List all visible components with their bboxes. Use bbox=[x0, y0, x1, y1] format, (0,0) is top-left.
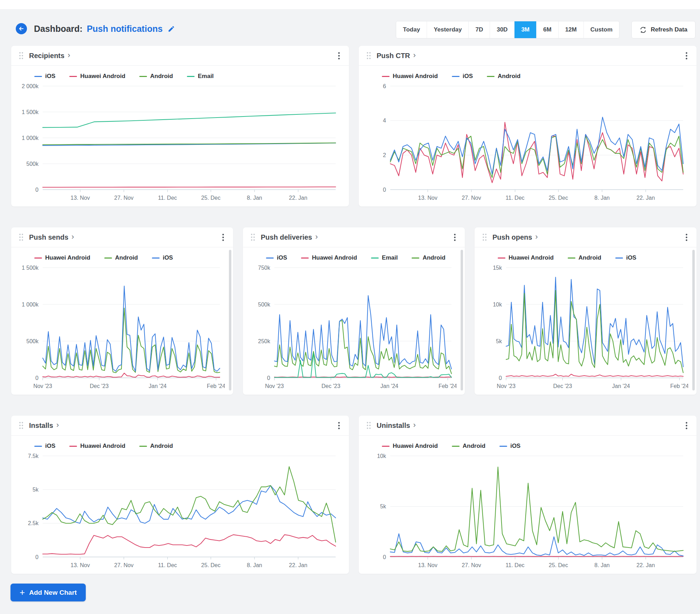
legend-item-ios[interactable]: iOS bbox=[34, 443, 55, 450]
legend-item-ios[interactable]: iOS bbox=[452, 73, 473, 80]
legend-swatch bbox=[499, 446, 507, 447]
kebab-menu-icon[interactable] bbox=[337, 421, 341, 431]
drag-handle-icon[interactable] bbox=[19, 422, 23, 429]
legend-swatch bbox=[452, 446, 460, 447]
arrow-left-icon bbox=[18, 26, 24, 32]
legend-item-android[interactable]: Android bbox=[139, 73, 173, 80]
svg-text:Jan '24: Jan '24 bbox=[380, 383, 398, 389]
legend-item-huawei-android[interactable]: Huawei Android bbox=[69, 443, 125, 450]
chart-legend: Huawei AndroidAndroidiOS bbox=[17, 252, 225, 264]
legend-item-android[interactable]: Android bbox=[487, 73, 520, 80]
kebab-menu-icon[interactable] bbox=[684, 232, 689, 242]
chart-title-link[interactable]: Recipients› bbox=[29, 52, 70, 60]
legend-item-huawei-android[interactable]: Huawei Android bbox=[382, 443, 438, 450]
legend-item-android[interactable]: Android bbox=[104, 254, 138, 261]
drag-handle-icon[interactable] bbox=[19, 233, 23, 241]
svg-text:25. Dec: 25. Dec bbox=[201, 562, 220, 568]
svg-text:Dec '23: Dec '23 bbox=[90, 383, 109, 389]
svg-text:4: 4 bbox=[383, 118, 386, 123]
line-chart: 1 500k1 000k500k0Nov '23Dec '23Jan '24Fe… bbox=[17, 264, 225, 392]
range-button-7d[interactable]: 7D bbox=[468, 21, 490, 38]
drag-handle-icon[interactable] bbox=[366, 52, 371, 59]
legend-item-android[interactable]: Android bbox=[452, 443, 485, 450]
legend-item-android[interactable]: Android bbox=[412, 254, 445, 261]
drag-handle-icon[interactable] bbox=[482, 233, 487, 241]
chart-title-link[interactable]: Uninstalls› bbox=[377, 422, 416, 430]
chart-card-push-sends: Push sends› Huawei AndroidAndroidiOS1 50… bbox=[11, 227, 233, 395]
svg-text:0: 0 bbox=[35, 554, 38, 560]
chart-title-link[interactable]: Push opens› bbox=[492, 233, 538, 241]
range-button-6m[interactable]: 6M bbox=[536, 21, 558, 38]
chart-legend: iOSHuawei AndroidEmailAndroid bbox=[248, 252, 456, 264]
svg-text:5k: 5k bbox=[33, 487, 39, 493]
legend-item-email[interactable]: Email bbox=[187, 73, 214, 80]
legend-label: Android bbox=[579, 254, 601, 261]
legend-item-huawei-android[interactable]: Huawei Android bbox=[382, 73, 438, 80]
svg-text:8. Jan: 8. Jan bbox=[594, 562, 610, 568]
legend-swatch bbox=[34, 76, 42, 77]
add-new-chart-button[interactable]: + Add New Chart bbox=[10, 584, 86, 601]
svg-text:2: 2 bbox=[383, 152, 386, 158]
legend-item-huawei-android[interactable]: Huawei Android bbox=[498, 254, 554, 261]
legend-item-email[interactable]: Email bbox=[371, 254, 398, 261]
legend-label: Android bbox=[463, 443, 485, 450]
drag-handle-icon[interactable] bbox=[19, 52, 23, 59]
range-button-custom[interactable]: Custom bbox=[583, 21, 619, 38]
svg-text:500k: 500k bbox=[26, 338, 39, 344]
kebab-menu-icon[interactable] bbox=[684, 51, 689, 61]
chart-title-link[interactable]: Installs› bbox=[29, 422, 59, 430]
svg-text:27. Nov: 27. Nov bbox=[114, 562, 133, 568]
refresh-data-button[interactable]: Refresh Data bbox=[631, 21, 695, 38]
vertical-scrollbar[interactable] bbox=[229, 250, 231, 390]
legend-item-ios[interactable]: iOS bbox=[615, 254, 636, 261]
dashboard-name-link[interactable]: Push notifications bbox=[87, 24, 163, 34]
drag-handle-icon[interactable] bbox=[366, 422, 371, 429]
chart-title-link[interactable]: Push sends› bbox=[29, 233, 74, 241]
legend-item-ios[interactable]: iOS bbox=[266, 254, 287, 261]
legend-label: iOS bbox=[45, 443, 55, 450]
legend-swatch bbox=[152, 257, 160, 259]
chart-card-push-opens: Push opens› Huawei AndroidAndroidiOS15k1… bbox=[475, 227, 696, 395]
svg-text:0: 0 bbox=[383, 554, 386, 560]
chart-title-link[interactable]: Push deliveries› bbox=[261, 233, 318, 241]
legend-label: iOS bbox=[463, 73, 473, 80]
vertical-scrollbar[interactable] bbox=[692, 250, 695, 390]
range-button-today[interactable]: Today bbox=[396, 21, 427, 38]
range-button-yesterday[interactable]: Yesterday bbox=[427, 21, 468, 38]
kebab-menu-icon[interactable] bbox=[337, 51, 341, 61]
chart-title-link[interactable]: Push CTR› bbox=[377, 52, 416, 60]
back-button[interactable] bbox=[16, 23, 27, 34]
range-button-3m[interactable]: 3M bbox=[514, 21, 536, 38]
edit-pencil-icon[interactable] bbox=[168, 25, 175, 33]
svg-text:8. Jan: 8. Jan bbox=[247, 195, 262, 201]
chart-area: Huawei AndroidAndroidiOS10k5k013. Nov27.… bbox=[359, 436, 696, 574]
legend-item-ios[interactable]: iOS bbox=[152, 254, 173, 261]
svg-text:13. Nov: 13. Nov bbox=[71, 195, 90, 201]
legend-item-ios[interactable]: iOS bbox=[499, 443, 520, 450]
legend-swatch bbox=[498, 257, 505, 259]
legend-item-huawei-android[interactable]: Huawei Android bbox=[301, 254, 357, 261]
line-chart: 10k5k013. Nov27. Nov11. Dec25. Dec8. Jan… bbox=[364, 452, 688, 571]
svg-text:Feb '24: Feb '24 bbox=[439, 383, 456, 389]
range-button-12m[interactable]: 12M bbox=[558, 21, 583, 38]
kebab-menu-icon[interactable] bbox=[684, 421, 689, 431]
page-header: Dashboard: Push notifications TodayYeste… bbox=[0, 18, 700, 39]
page-title: Dashboard: bbox=[34, 24, 83, 34]
kebab-menu-icon[interactable] bbox=[453, 232, 457, 242]
vertical-scrollbar[interactable] bbox=[461, 250, 463, 390]
legend-item-ios[interactable]: iOS bbox=[34, 73, 55, 80]
range-button-30d[interactable]: 30D bbox=[490, 21, 514, 38]
kebab-menu-icon[interactable] bbox=[221, 232, 225, 242]
drag-handle-icon[interactable] bbox=[251, 233, 255, 241]
chart-card-recipients: Recipients› iOSHuawei AndroidAndroidEmai… bbox=[11, 46, 349, 206]
legend-item-android[interactable]: Android bbox=[139, 443, 173, 450]
legend-label: iOS bbox=[45, 73, 55, 80]
legend-swatch bbox=[139, 76, 147, 77]
legend-item-huawei-android[interactable]: Huawei Android bbox=[34, 254, 90, 261]
chevron-right-icon: › bbox=[413, 421, 416, 429]
legend-item-android[interactable]: Android bbox=[568, 254, 601, 261]
svg-text:Nov '23: Nov '23 bbox=[265, 383, 284, 389]
svg-text:8. Jan: 8. Jan bbox=[247, 562, 262, 568]
legend-item-huawei-android[interactable]: Huawei Android bbox=[69, 73, 125, 80]
svg-text:Dec '23: Dec '23 bbox=[322, 383, 341, 389]
